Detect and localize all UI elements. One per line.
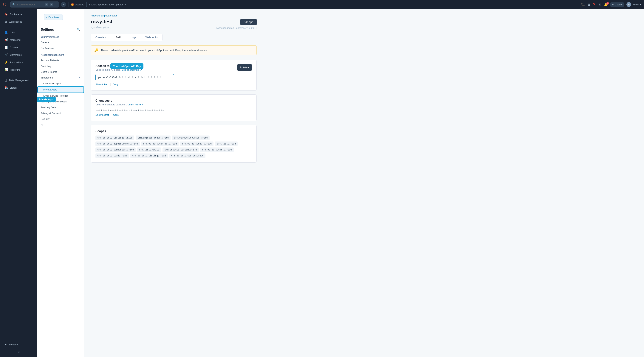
content-icon: 📄 [4, 46, 8, 49]
search-bar[interactable]: 🔍 ⌘ K [10, 2, 59, 8]
auth-tabs: Overview Auth Logs Webhooks [91, 34, 162, 41]
settings-search-icon[interactable]: 🔍 [77, 28, 80, 32]
settings-item-ai[interactable]: AI [37, 122, 84, 128]
upgrade-icon: 🎁 [71, 3, 74, 6]
avatar: R [626, 2, 631, 7]
settings-item-security[interactable]: Security [37, 116, 84, 122]
dashboard-button[interactable]: ‹ Dashboard [44, 14, 63, 20]
settings-item-general[interactable]: General [37, 40, 84, 45]
sidebar-item-workspaces[interactable]: ⊞ Workspaces [1, 18, 36, 25]
tab-overview[interactable]: Overview [91, 34, 111, 41]
sidebar-item-commerce[interactable]: 🛒 Commerce [1, 51, 36, 58]
client-secret-card: Client secret Used for signature validat… [91, 94, 257, 121]
settings-icon[interactable]: ⚙ [599, 3, 602, 6]
breadcrumb[interactable]: ‹ Back to all private apps [91, 14, 257, 17]
scope-tag: crm.objects.custom.write [162, 147, 198, 152]
kbd-cmd: ⌘ [45, 3, 48, 6]
spotlight-link[interactable]: Explore Spotlight: 200+ updates ↗ [89, 3, 126, 6]
add-button[interactable]: + [61, 2, 66, 7]
tab-auth[interactable]: Auth [111, 34, 126, 41]
sidebar-item-crm[interactable]: 👤 CRM [1, 29, 36, 36]
copy-secret-link[interactable]: Copy [113, 114, 119, 116]
sidebar-item-bookmarks[interactable]: 🔖 Bookmarks [1, 11, 36, 18]
account-management-label: Account Management [37, 51, 84, 57]
help-icon[interactable]: ❓ [592, 3, 596, 6]
settings-item-account-defaults[interactable]: Account Defaults [37, 57, 84, 63]
token-row [96, 74, 174, 80]
access-token-input[interactable] [96, 74, 174, 80]
back-icon: ‹ [46, 16, 47, 19]
scope-tag: crm.objects.leads.read [96, 153, 129, 158]
sidebar-item-data-management[interactable]: 🗄 Data Management [1, 77, 36, 84]
settings-item-notifications[interactable]: Notifications [37, 45, 84, 51]
client-secret-value: ********-****-****-****-*************** [96, 109, 252, 112]
sidebar-item-library[interactable]: 📚 Library [1, 84, 36, 91]
show-token-link[interactable]: Show token [96, 83, 108, 86]
collapse-sidebar-button[interactable]: ◁ [1, 349, 36, 355]
copy-token-link[interactable]: Copy [113, 83, 118, 86]
settings-item-privacy-consent[interactable]: Privacy & Consent [37, 110, 84, 116]
show-secret-link[interactable]: Show secret [96, 114, 109, 116]
leftnav-bottom: ✦ Breeze AI ◁ [0, 339, 37, 355]
sidebar-item-marketing[interactable]: 📢 Marketing [1, 36, 36, 43]
tab-webhooks[interactable]: Webhooks [141, 34, 162, 41]
grid-icon[interactable]: ⊞ [588, 3, 590, 6]
private-app-tooltip: Private App [37, 97, 56, 102]
learn-more-icon: ↗ [142, 103, 144, 106]
sidebar-item-content[interactable]: 📄 Content [1, 44, 36, 51]
api-key-tooltip: Your HubSpot API Key [110, 63, 144, 69]
scope-tag: crm.objects.deals.read [180, 142, 214, 146]
upgrade-button[interactable]: 🎁 Upgrade [71, 3, 84, 6]
settings-item-audit-log[interactable]: Audit Log [37, 63, 84, 69]
workspaces-icon: ⊞ [4, 20, 7, 23]
top-navigation: ⬡ 🔍 ⌘ K + 🎁 Upgrade Explore Spotlight: 2… [0, 0, 644, 9]
search-input[interactable] [17, 3, 43, 6]
settings-item-tracking-code[interactable]: Tracking Code [37, 105, 84, 110]
collapse-icon: ◁ [18, 350, 20, 353]
breeze-ai-icon: ✦ [4, 343, 7, 346]
sidebar-item-automations[interactable]: ⚡ Automations [1, 59, 36, 66]
client-secret-desc: Used for signature validation. Learn mor… [96, 103, 252, 106]
scope-tag: crm.objects.listings.write [96, 136, 134, 140]
user-menu[interactable]: R Rowy ▾ [626, 2, 641, 7]
sidebar-item-reporting[interactable]: 📊 Reporting [1, 66, 36, 73]
scopes-grid: crm.objects.listings.writecrm.objects.le… [96, 136, 252, 158]
your-preferences-label: Your Preferences [37, 33, 84, 40]
scope-tag: crm.objects.courses.read [170, 153, 206, 158]
nav-icon-group: 📞 ⊞ ❓ ⚙ 🔔 1 ✦ Copilot R Rowy ▾ [581, 2, 641, 7]
scope-tag: crm.objects.appointments.write [96, 142, 140, 146]
nav-divider [68, 2, 69, 7]
library-icon: 📚 [4, 86, 8, 89]
reporting-icon: 📊 [4, 68, 8, 71]
tab-logs[interactable]: Logs [126, 34, 141, 41]
last-changed-text: Last changed on September 16, 2024 [216, 27, 257, 29]
sidebar-item-breeze-ai[interactable]: ✦ Breeze AI [1, 341, 36, 348]
settings-item-users-teams[interactable]: Users & Teams [37, 69, 84, 75]
external-link-icon: ↗ [124, 3, 126, 6]
scopes-card: Scopes crm.objects.listings.writecrm.obj… [91, 125, 257, 163]
app-title: rowy-test [91, 19, 112, 25]
scopes-title: Scopes [96, 130, 252, 133]
edit-app-button[interactable]: Edit app [240, 19, 257, 25]
phone-icon[interactable]: 📞 [581, 3, 585, 6]
copilot-button[interactable]: ✦ Copilot [610, 3, 624, 7]
marketing-icon: 📢 [4, 38, 8, 42]
bookmarks-icon: 🔖 [4, 13, 8, 16]
settings-item-connected-apps[interactable]: Connected Apps [37, 81, 84, 86]
crm-icon: 👤 [4, 31, 8, 34]
app-meta-row: App description... Last changed on Septe… [91, 26, 257, 29]
settings-item-private-apps[interactable]: Private Apps Private App [37, 86, 84, 93]
info-banner: 🔑 These credentials provide API access t… [91, 46, 257, 55]
hubspot-logo[interactable]: ⬡ [3, 2, 6, 7]
token-links: Show token | Copy [96, 83, 237, 86]
notifications-icon[interactable]: 🔔 1 [604, 3, 608, 6]
rotate-button[interactable]: Rotate ▾ [237, 64, 252, 71]
settings-item-integrations[interactable]: Integrations ▾ [37, 75, 84, 81]
app-description[interactable]: App description... [91, 26, 111, 29]
nav-separator3 [3, 93, 34, 93]
main-content: ‹ Back to all private apps rowy-test Edi… [84, 9, 644, 357]
app-title-row: rowy-test Edit app [91, 19, 257, 25]
data-management-icon: 🗄 [4, 79, 7, 82]
secret-links: Show secret | Copy [96, 114, 252, 116]
learn-more-link[interactable]: Learn more [128, 103, 141, 106]
